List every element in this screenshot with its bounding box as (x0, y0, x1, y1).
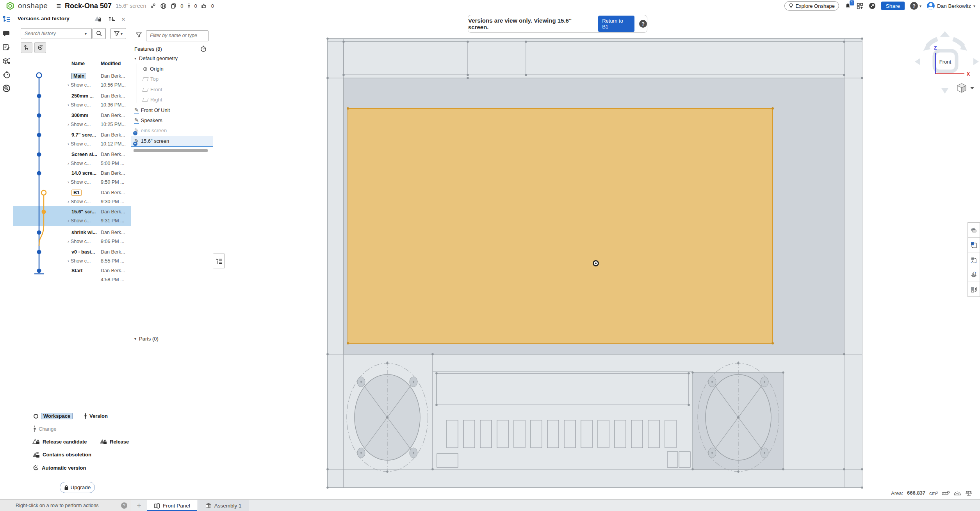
tab-assembly-1[interactable]: Assembly 1 (198, 500, 249, 511)
workspace-node-main[interactable] (37, 73, 42, 78)
sketch-icon: ✎ (134, 107, 139, 113)
parts-header[interactable]: ▾ Parts (0) (134, 336, 159, 342)
rollback-bar[interactable] (134, 149, 208, 152)
feature-plane-right[interactable]: Right (142, 97, 162, 103)
notifications-icon[interactable]: 1 (845, 3, 851, 9)
show-changes-link[interactable]: ›Show c... (68, 179, 91, 185)
copies-icon[interactable] (171, 3, 176, 9)
share-button[interactable]: Share (881, 2, 905, 10)
rotate-cw-arrow[interactable] (953, 39, 963, 46)
new-tab-button[interactable]: + (131, 500, 147, 511)
measure-length-icon[interactable] (942, 490, 950, 496)
view-mode-caret-icon[interactable] (970, 87, 974, 89)
show-changes-link[interactable]: ›Show c... (68, 239, 91, 244)
chevron-down-icon[interactable]: ▾ (134, 56, 136, 60)
search-tools-icon[interactable] (2, 84, 11, 92)
version-name[interactable]: Main (71, 73, 86, 79)
version-node-b1[interactable] (41, 190, 46, 195)
measure-angle-icon[interactable] (953, 490, 961, 496)
status-help-icon[interactable]: ? (121, 502, 127, 509)
user-menu[interactable]: Dan Berkowitz ▾ (927, 0, 975, 12)
features-filter-input[interactable] (149, 32, 208, 39)
onshape-logo-text[interactable]: onshape (18, 2, 48, 10)
view-mode-cube-icon[interactable] (957, 83, 966, 92)
release-notes-icon[interactable] (2, 43, 10, 51)
feature-plane-front[interactable]: Front (142, 87, 162, 92)
release-candidate-icon (32, 438, 40, 445)
link-icon[interactable] (150, 3, 156, 9)
onshape-logo-icon[interactable] (6, 2, 14, 10)
show-changes-link[interactable]: ›Show c... (68, 141, 91, 147)
legend-workspace: Workspace (33, 413, 73, 419)
show-changes-link[interactable]: ›Show c... (68, 122, 91, 127)
feature-sketch-front-of-unit[interactable]: ✎ Front Of Unit (134, 107, 170, 113)
version-name[interactable]: Screen si... (71, 152, 97, 157)
app-store-icon[interactable] (857, 3, 863, 9)
comments-icon[interactable] (2, 30, 10, 37)
upgrade-button[interactable]: Upgrade (60, 482, 95, 493)
document-title[interactable]: Rock-Ona 507 (65, 2, 112, 10)
named-views-button[interactable] (968, 282, 980, 297)
show-changes-link[interactable]: ›Show c... (68, 218, 91, 224)
rotate-right-arrow[interactable] (973, 58, 979, 65)
return-to-b1-button[interactable]: Return to B1 (598, 16, 634, 32)
rotate-view-button[interactable] (968, 252, 980, 267)
version-name[interactable]: 9.7" scre... (71, 132, 96, 138)
help-caret-icon[interactable]: ▾ (919, 4, 921, 8)
change-node-selected[interactable] (42, 210, 46, 214)
feature-list-collapse-handle[interactable] (213, 254, 225, 268)
version-name[interactable]: Start (71, 268, 82, 273)
feature-sketch-eink-screen[interactable]: ✎− eink screen (134, 127, 167, 133)
rotate-left-arrow[interactable] (915, 58, 920, 65)
origin-marker[interactable] (593, 261, 599, 266)
feature-sketch-15-6-screen[interactable]: ✎− 15.6" screen (134, 138, 169, 144)
show-changes-link[interactable]: ›Show c... (68, 161, 91, 166)
version-name[interactable]: 250mm ... (71, 93, 94, 99)
view-orientation-button[interactable] (968, 237, 980, 252)
section-view-button[interactable] (968, 267, 980, 282)
show-changes-link[interactable]: ›Show c... (68, 199, 91, 204)
graphics-canvas[interactable] (213, 12, 980, 499)
feature-sketch-speakers[interactable]: ✎ Speakers (134, 117, 162, 123)
feedback-icon[interactable] (869, 2, 876, 9)
help-icon[interactable]: ? (910, 2, 918, 10)
follow-icon[interactable] (187, 3, 191, 9)
appearance-tool-button[interactable] (968, 222, 980, 238)
explore-onshape-button[interactable]: Explore Onshape (784, 1, 839, 11)
tab-front-panel[interactable]: Front Panel (147, 500, 197, 511)
chevron-down-icon[interactable]: ▾ (134, 337, 136, 341)
features-filter-icon[interactable] (136, 32, 142, 38)
feature-origin[interactable]: Origin (143, 66, 164, 72)
performance-icon[interactable] (2, 71, 11, 79)
parts-help-icon[interactable]: ? (2, 57, 11, 65)
left-speaker-cutout[interactable] (347, 361, 428, 474)
rotate-up-arrow[interactable] (940, 31, 950, 37)
screen-region-15-6[interactable] (348, 108, 773, 343)
like-icon[interactable] (201, 3, 207, 9)
version-name-b1[interactable]: B1 (71, 190, 82, 196)
feature-default-geometry[interactable]: ▾ Default geometry (134, 55, 178, 61)
main-menu-icon[interactable]: ≡ (56, 2, 61, 10)
version-name[interactable]: 300mm (71, 113, 88, 118)
show-changes-link[interactable]: ›Show c... (68, 82, 91, 88)
version-name[interactable]: 15.6" scr... (71, 209, 96, 215)
show-changes-link[interactable]: ›Show c... (68, 258, 91, 264)
version-name[interactable]: shrink wi... (71, 230, 97, 235)
left-icon-sidebar: ? (0, 12, 13, 499)
versions-history-icon[interactable] (2, 16, 11, 24)
show-changes-link[interactable]: ›Show c... (68, 102, 91, 108)
right-speaker-cutout[interactable] (698, 361, 779, 474)
version-name[interactable]: v0 - basi... (71, 249, 95, 255)
version-name[interactable]: 14.0 scre... (71, 170, 96, 176)
view-cube[interactable]: Front Z X (912, 28, 980, 98)
rotate-down-arrow[interactable] (941, 88, 948, 94)
view-cube-front-label[interactable]: Front (939, 59, 951, 65)
origin-icon (143, 67, 148, 71)
mass-properties-icon[interactable] (965, 490, 972, 496)
features-filter-box[interactable] (146, 30, 208, 41)
sketch-drawing[interactable] (213, 12, 980, 499)
feature-plane-top[interactable]: Top (142, 76, 159, 82)
banner-help-icon[interactable]: ? (639, 20, 647, 28)
globe-icon[interactable] (160, 3, 167, 9)
features-stopwatch-icon[interactable] (200, 45, 207, 52)
